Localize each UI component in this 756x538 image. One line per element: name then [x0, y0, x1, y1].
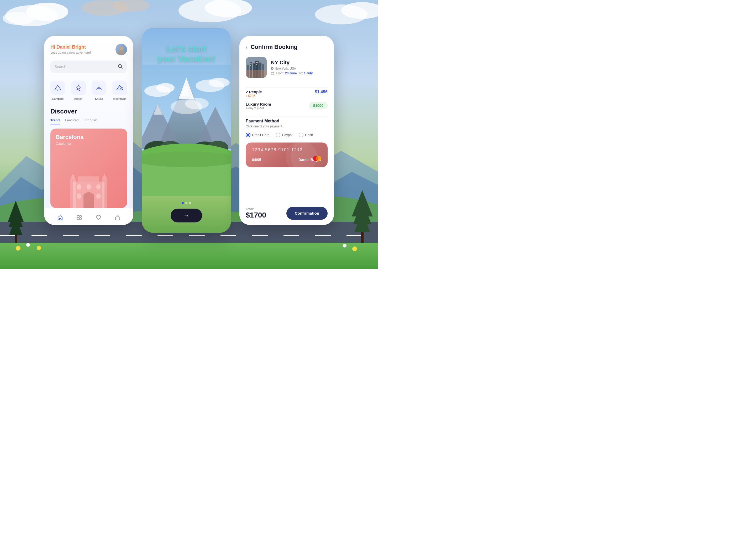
svg-rect-38 [78, 176, 99, 182]
phone-booking: ‹ Confirm Booking [239, 36, 334, 225]
date-from-value: 23 June [285, 72, 297, 75]
svg-rect-45 [96, 184, 101, 189]
search-icon [118, 64, 123, 70]
nav-grid[interactable] [74, 212, 84, 223]
tab-top-visit[interactable]: Top Visit [84, 118, 97, 124]
svg-rect-46 [77, 193, 81, 198]
explore-header: Hi Daniel Bright Let's go on a new adven… [50, 44, 127, 55]
payment-subtitle: Click one of your payment [246, 125, 328, 128]
dest-location: New York, USA [271, 67, 313, 71]
card-number: 1234 5678 9101 1213 [252, 148, 321, 152]
destination-card-barcelona[interactable]: Barcelona Catalunya [50, 129, 127, 208]
svg-rect-81 [252, 63, 252, 64]
flower-4 [352, 246, 357, 251]
payment-opt-cash[interactable]: Cash [299, 133, 313, 137]
divider-2 [246, 116, 328, 117]
svg-rect-41 [102, 179, 107, 208]
tab-featured[interactable]: Featured [65, 118, 78, 124]
svg-rect-44 [87, 184, 91, 189]
room-label: Luxury Room [246, 102, 271, 106]
cash-label: Cash [305, 133, 313, 137]
dot-1 [182, 202, 184, 204]
svg-point-70 [185, 98, 209, 109]
mountains-icon-box [112, 81, 127, 95]
flower-3 [37, 246, 41, 250]
vacation-accent: Vacation! [178, 54, 215, 64]
category-kayak[interactable]: Kayak [92, 81, 106, 100]
nav-home[interactable] [55, 212, 65, 223]
dot-2 [185, 202, 187, 204]
payment-title: Payment Method [246, 119, 328, 124]
dot-3 [189, 202, 191, 204]
svg-rect-39 [71, 179, 75, 208]
nav-heart[interactable] [93, 212, 104, 223]
svg-point-22 [119, 46, 123, 50]
card-bottom: 04/05 Daniel Bright [252, 158, 321, 162]
greeting-prefix: Hi [50, 44, 57, 50]
category-beach[interactable]: Beach [71, 81, 86, 100]
greeting-username: Daniel Bright [57, 44, 86, 50]
screens-container: Hi Daniel Bright Let's go on a new adven… [44, 28, 334, 233]
svg-rect-52 [116, 217, 120, 220]
svg-marker-42 [102, 174, 107, 179]
payment-opt-credit-card[interactable]: Credit Card [246, 133, 269, 137]
search-bar[interactable]: Search ... [50, 60, 127, 73]
bottom-nav [44, 208, 133, 225]
total-section: Total: $1700 Confirmation [246, 207, 328, 220]
room-amount: $1000 [309, 102, 328, 109]
greeting-subtitle: Let's go on a new adventure! [50, 51, 91, 54]
people-pricing-left: 2 People x $726 [246, 89, 262, 98]
card-logo [312, 155, 322, 163]
radio-cash[interactable] [299, 133, 304, 137]
back-button[interactable]: ‹ [246, 44, 248, 50]
total-amount: $1700 [246, 211, 266, 219]
svg-rect-88 [271, 73, 274, 75]
room-sub: 4 day x $250 [246, 106, 271, 110]
svg-rect-48 [77, 215, 79, 217]
svg-rect-80 [250, 63, 251, 64]
svg-rect-47 [96, 193, 101, 198]
svg-rect-50 [77, 218, 79, 220]
category-camping[interactable]: Camping [50, 81, 65, 100]
bg-tree-left [8, 201, 24, 243]
payment-options: Credit Card Paypal Cash [246, 133, 328, 137]
svg-rect-43 [77, 184, 81, 189]
svg-rect-85 [256, 64, 257, 65]
user-avatar[interactable] [116, 44, 127, 55]
svg-point-66 [156, 83, 174, 92]
location-pin-icon [271, 67, 273, 70]
nav-bag[interactable] [112, 212, 123, 223]
tab-trend[interactable]: Trend [50, 118, 60, 124]
people-label: 2 People [246, 89, 262, 94]
svg-point-28 [77, 86, 80, 89]
card-expiry: 04/05 [252, 158, 261, 162]
booking-title: Confirm Booking [251, 44, 298, 50]
credit-card-visual: 1234 5678 9101 1213 04/05 Daniel Bright [246, 142, 328, 167]
total-info: Total: $1700 [246, 207, 266, 219]
vacation-line1: Let's start [166, 44, 206, 53]
dest-name: NY City [271, 60, 313, 66]
kayak-label: Kayak [95, 97, 103, 100]
destination-info: NY City New York, USA [246, 57, 328, 78]
svg-rect-82 [250, 65, 251, 66]
confirm-button[interactable]: Confirmation [286, 207, 328, 220]
svg-marker-26 [55, 85, 61, 90]
next-button[interactable]: → [170, 209, 202, 222]
payment-opt-paypal[interactable]: Paypal [276, 133, 292, 137]
svg-point-87 [272, 68, 273, 69]
date-to-label: To: [299, 72, 303, 75]
people-amount: $1,496 [315, 89, 328, 94]
bg-tree-right [352, 190, 373, 243]
categories: Camping Beach [50, 81, 127, 100]
svg-line-25 [121, 67, 122, 69]
radio-paypal[interactable] [276, 133, 280, 137]
radio-credit-card[interactable] [246, 133, 251, 137]
camping-label: Camping [52, 97, 64, 100]
date-from-label: From: [276, 72, 284, 75]
greeting-section: Hi Daniel Bright Let's go on a new adven… [50, 44, 91, 54]
bg-grass [0, 243, 378, 269]
booking-header: ‹ Confirm Booking [246, 44, 328, 50]
category-mountains[interactable]: Mountains [112, 81, 127, 100]
flower-5 [343, 244, 347, 247]
svg-rect-86 [246, 70, 267, 78]
